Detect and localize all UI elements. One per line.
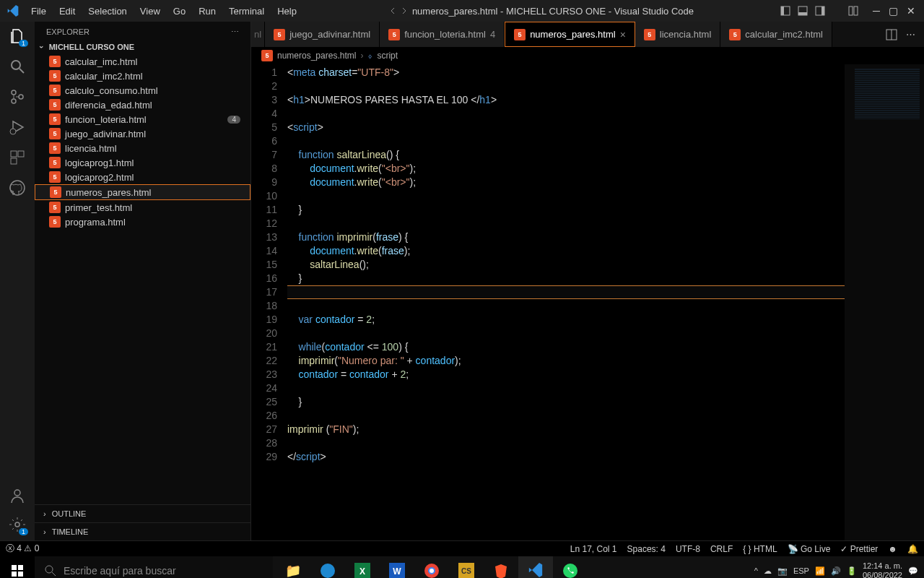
minimize-button[interactable]: ─	[873, 5, 880, 17]
language-indicator[interactable]: ESP	[793, 566, 809, 575]
layout-controls[interactable]	[780, 6, 873, 16]
arrow-right-icon[interactable]	[401, 7, 408, 14]
svg-rect-14	[11, 151, 17, 157]
extensions-icon[interactable]	[9, 149, 26, 166]
arrow-left-icon[interactable]	[389, 7, 396, 14]
notifications-icon[interactable]: 💬	[908, 566, 918, 576]
maximize-button[interactable]: ▢	[889, 5, 898, 17]
html-file-icon: 5	[49, 216, 61, 228]
menu-selection[interactable]: Selection	[82, 3, 132, 20]
tab-numeros_pares-html[interactable]: 5numeros_pares.html×	[505, 22, 635, 47]
timeline-section[interactable]: TIMELINE	[35, 522, 250, 540]
search-icon[interactable]	[9, 58, 26, 75]
menu-go[interactable]: Go	[167, 3, 191, 20]
file-logicaprog1-html[interactable]: 5logicaprog1.html	[35, 155, 250, 170]
clock[interactable]: 12:14 a. m. 06/08/2022	[863, 561, 902, 578]
folder-section[interactable]: MICHELL CURSO ONE	[35, 40, 250, 54]
system-tray[interactable]: ^ ☁ 📷 ESP 📶 🔊 🔋 12:14 a. m. 06/08/2022 💬	[754, 561, 924, 578]
menu-help[interactable]: Help	[271, 3, 302, 20]
tab-more-icon[interactable]: ⋯	[906, 29, 915, 40]
svg-point-13	[10, 129, 16, 134]
feedback-icon[interactable]: ☻	[888, 544, 897, 554]
tray-overflow-icon[interactable]: ^	[754, 566, 758, 575]
menu-terminal[interactable]: Terminal	[223, 3, 270, 20]
close-button[interactable]: ✕	[907, 5, 915, 17]
html-file-icon: 5	[49, 113, 61, 125]
word-icon[interactable]: W	[380, 556, 414, 578]
excel-icon[interactable]: X	[345, 556, 380, 578]
indent-status[interactable]: Spaces: 4	[627, 544, 666, 554]
tab-juego_adivinar-html[interactable]: 5juego_adivinar.html	[265, 22, 380, 47]
brave-icon[interactable]	[484, 556, 518, 578]
battery-icon[interactable]: 🔋	[847, 566, 857, 576]
html-file-icon: 5	[729, 29, 741, 40]
html-file-icon: 5	[644, 29, 655, 40]
tab-licencia-html[interactable]: 5licencia.html	[635, 22, 721, 47]
svg-rect-24	[12, 571, 17, 577]
edge-icon[interactable]	[310, 556, 345, 578]
file-juego_adivinar-html[interactable]: 5juego_adivinar.html	[35, 126, 250, 141]
svg-rect-7	[854, 7, 858, 15]
menu-file[interactable]: File	[25, 3, 52, 20]
taskbar-search[interactable]: Escribe aquí para buscar	[35, 556, 273, 578]
minimap[interactable]	[845, 64, 924, 540]
outline-section[interactable]: OUTLINE	[35, 504, 250, 522]
close-tab-icon[interactable]: ×	[620, 29, 626, 40]
file-calcular_imc-html[interactable]: 5calcular_imc.html	[35, 54, 250, 69]
tab-overflow[interactable]: nl	[251, 22, 265, 47]
onedrive-icon[interactable]: ☁	[764, 566, 772, 576]
settings-gear-icon[interactable]: 1	[9, 516, 26, 533]
file-primer_test-html[interactable]: 5primer_test.html	[35, 200, 250, 215]
github-icon[interactable]	[9, 179, 26, 197]
file-calcular_imc2-html[interactable]: 5calcular_imc2.html	[35, 69, 250, 83]
language-status[interactable]: { } HTML	[743, 544, 777, 554]
svg-rect-22	[12, 565, 17, 570]
account-icon[interactable]	[9, 487, 26, 504]
meet-now-icon[interactable]: 📷	[777, 566, 788, 576]
cs-app-icon[interactable]: CS	[449, 556, 484, 578]
split-editor-icon[interactable]	[886, 29, 897, 40]
volume-icon[interactable]: 🔊	[831, 566, 841, 576]
svg-point-10	[12, 90, 16, 95]
svg-point-18	[14, 490, 20, 496]
file-diferencia_edad-html[interactable]: 5diferencia_edad.html	[35, 98, 250, 112]
run-debug-icon[interactable]	[9, 118, 26, 136]
file-funcion_loteria-html[interactable]: 5funcion_loteria.html4	[35, 112, 250, 126]
svg-rect-1	[781, 7, 784, 15]
symbol-icon: ⬨	[367, 51, 372, 61]
chrome-icon[interactable]	[414, 556, 449, 578]
wifi-icon[interactable]: 📶	[815, 566, 825, 576]
tab-funcion_loteria-html[interactable]: 5funcion_loteria.html4	[380, 22, 505, 47]
file-programa-html[interactable]: 5programa.html	[35, 215, 250, 229]
tab-calcular_imc2-html[interactable]: 5calcular_imc2.html	[720, 22, 832, 47]
file-licencia-html[interactable]: 5licencia.html	[35, 141, 250, 155]
source-control-icon[interactable]	[9, 88, 26, 105]
vscode-task-icon[interactable]	[518, 556, 553, 578]
code-editor[interactable]: 1234567891011121314151617181920212223242…	[251, 64, 924, 540]
html-file-icon: 5	[49, 56, 61, 67]
eol-status[interactable]: CRLF	[710, 544, 733, 554]
svg-text:CS: CS	[461, 567, 471, 575]
menu-run[interactable]: Run	[193, 3, 222, 20]
menu-edit[interactable]: Edit	[53, 3, 81, 20]
breadcrumb[interactable]: 5 numeros_pares.html › ⬨ script	[251, 47, 924, 64]
windows-taskbar: Escribe aquí para buscar 📁 X W CS ^ ☁ 📷 …	[0, 556, 924, 578]
bell-icon[interactable]: 🔔	[907, 544, 918, 554]
prettier-status[interactable]: ✓ Prettier	[840, 544, 878, 554]
errors-count[interactable]: ⓧ 4 ⚠ 0	[6, 543, 39, 555]
explorer-icon[interactable]: 1	[9, 27, 26, 45]
html-file-icon: 5	[514, 29, 526, 40]
file-logicaprog2-html[interactable]: 5logicaprog2.html	[35, 170, 250, 184]
whatsapp-icon[interactable]	[553, 556, 588, 578]
start-button[interactable]	[0, 556, 35, 578]
more-icon[interactable]: ⋯	[231, 27, 239, 37]
go-live-button[interactable]: 📡 Go Live	[788, 544, 831, 554]
svg-point-8	[12, 61, 20, 69]
file-numeros_pares-html[interactable]: 5numeros_pares.html	[35, 184, 250, 200]
explorer-sidebar: EXPLORER ⋯ MICHELL CURSO ONE 5calcular_i…	[35, 22, 251, 540]
encoding-status[interactable]: UTF-8	[676, 544, 700, 554]
file-calculo_consumo-html[interactable]: 5calculo_consumo.html	[35, 83, 250, 98]
cursor-position[interactable]: Ln 17, Col 1	[570, 544, 617, 554]
menu-view[interactable]: View	[134, 3, 166, 20]
file-explorer-icon[interactable]: 📁	[276, 556, 310, 578]
